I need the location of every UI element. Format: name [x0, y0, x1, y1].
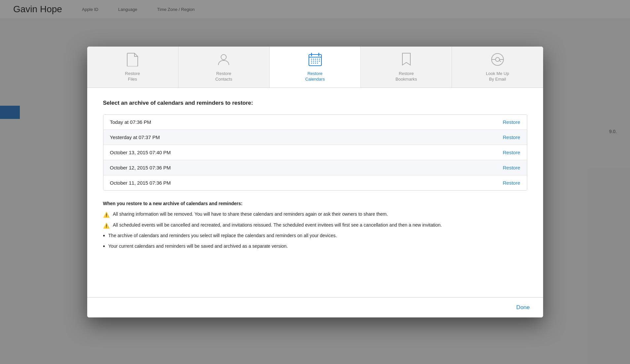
tab-restore-files[interactable]: RestoreFiles — [87, 47, 178, 88]
svg-point-8 — [317, 59, 318, 60]
archive-date: October 12, 2015 07:36 PM — [110, 165, 171, 170]
warning-icon-2: ⚠️ — [103, 222, 110, 230]
tab-restore-files-label: RestoreFiles — [125, 71, 140, 82]
restore-button-1[interactable]: Restore — [503, 119, 520, 125]
archive-list[interactable]: Today at 07:36 PM Restore Yesterday at 0… — [103, 114, 527, 191]
warning-icon-1: ⚠️ — [103, 211, 110, 219]
svg-rect-1 — [309, 55, 321, 66]
warning-item-1: ⚠️ All sharing information will be remov… — [103, 210, 527, 219]
archive-row: October 12, 2015 07:36 PM Restore — [103, 160, 527, 175]
tab-restore-bookmarks[interactable]: RestoreBookmarks — [361, 47, 452, 88]
tab-restore-bookmarks-label: RestoreBookmarks — [395, 71, 417, 82]
section-title: Select an archive of calendars and remin… — [103, 100, 527, 106]
svg-point-11 — [313, 61, 314, 62]
restore-button-5[interactable]: Restore — [503, 180, 520, 186]
email-icon — [491, 53, 504, 68]
archive-row: October 11, 2015 07:36 PM Restore — [103, 175, 527, 190]
svg-point-9 — [319, 59, 320, 60]
warning-item-2: ⚠️ All scheduled events will be cancelle… — [103, 221, 527, 230]
svg-point-6 — [313, 59, 314, 60]
archive-date: Today at 07:36 PM — [110, 119, 151, 125]
restore-button-2[interactable]: Restore — [503, 134, 520, 140]
svg-point-10 — [311, 61, 312, 62]
bullet-dot-1: • — [103, 232, 105, 240]
archive-date: Yesterday at 07:37 PM — [110, 134, 160, 140]
restore-button-3[interactable]: Restore — [503, 150, 520, 155]
modal-footer: Done — [87, 297, 543, 317]
archive-row: October 13, 2015 07:40 PM Restore — [103, 145, 527, 160]
svg-point-20 — [496, 57, 500, 61]
svg-point-7 — [315, 59, 316, 60]
svg-point-18 — [317, 63, 318, 64]
svg-point-12 — [315, 61, 316, 62]
archive-date: October 13, 2015 07:40 PM — [110, 150, 171, 155]
bullet-text-2: Your current calendars and reminders wil… — [108, 242, 288, 250]
svg-point-14 — [319, 61, 320, 62]
bullet-text-1: The archive of calendars and reminders y… — [108, 232, 337, 239]
svg-point-17 — [315, 63, 316, 64]
warning-text-1: All sharing information will be removed.… — [113, 210, 388, 218]
tab-bar: RestoreFiles RestoreContacts — [87, 47, 543, 88]
tab-restore-contacts[interactable]: RestoreContacts — [178, 47, 270, 88]
archive-row: Today at 07:36 PM Restore — [103, 115, 527, 130]
modal-dialog: RestoreFiles RestoreContacts — [87, 47, 543, 317]
archive-date: October 11, 2015 07:36 PM — [110, 180, 171, 186]
contacts-icon — [218, 53, 230, 68]
file-icon — [127, 53, 138, 68]
svg-point-13 — [317, 61, 318, 62]
tab-restore-calendars-label: RestoreCalendars — [305, 71, 325, 82]
bookmarks-icon — [401, 53, 412, 68]
bullet-item-2: • Your current calendars and reminders w… — [103, 242, 527, 251]
calendar-icon — [308, 53, 322, 68]
tab-restore-calendars[interactable]: RestoreCalendars — [270, 47, 361, 88]
bullet-dot-2: • — [103, 242, 105, 251]
tab-look-me-up[interactable]: Look Me UpBy Email — [452, 47, 543, 88]
done-button[interactable]: Done — [516, 304, 530, 311]
warning-title: When you restore to a new archive of cal… — [103, 200, 527, 207]
tab-restore-contacts-label: RestoreContacts — [215, 71, 232, 82]
bullet-item-1: • The archive of calendars and reminders… — [103, 232, 527, 240]
archive-row: Yesterday at 07:37 PM Restore — [103, 130, 527, 145]
svg-point-16 — [313, 63, 314, 64]
modal-overlay: RestoreFiles RestoreContacts — [0, 0, 630, 364]
modal-main-content: Select an archive of calendars and remin… — [87, 88, 543, 297]
restore-button-4[interactable]: Restore — [503, 165, 520, 170]
svg-point-0 — [221, 55, 226, 60]
tab-look-me-up-label: Look Me UpBy Email — [486, 71, 509, 82]
svg-point-15 — [311, 63, 312, 64]
warning-section: When you restore to a new archive of cal… — [103, 200, 527, 251]
warning-text-2: All scheduled events will be cancelled a… — [113, 221, 442, 229]
svg-point-5 — [311, 59, 312, 60]
